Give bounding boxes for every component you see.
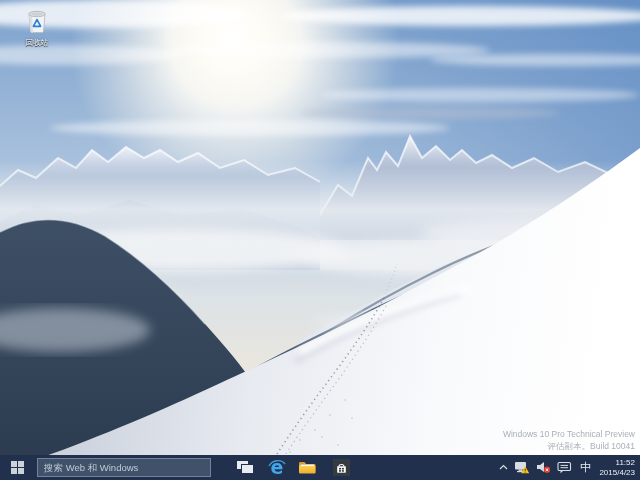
ime-indicator[interactable]: 中 [575, 455, 597, 480]
store-button[interactable] [328, 455, 354, 480]
action-center-icon [557, 461, 572, 474]
clock-time: 11:52 [599, 458, 635, 468]
task-view-button[interactable] [232, 455, 258, 480]
volume-button[interactable] [533, 455, 554, 480]
desktop: 回收站 Windows 10 Pro Technical Preview 评估副… [0, 0, 640, 480]
network-warning-icon [514, 461, 530, 474]
task-view-icon [237, 461, 254, 474]
tray-expand-button[interactable] [496, 455, 511, 480]
system-tray: 中 11:52 2015/4/23 [496, 455, 640, 480]
internet-explorer-button[interactable]: e [264, 455, 290, 480]
volume-muted-icon [536, 461, 551, 474]
search-input[interactable] [38, 459, 210, 476]
clock-date: 2015/4/23 [599, 468, 635, 478]
recycle-bin-icon[interactable]: 回收站 [8, 4, 66, 47]
start-button[interactable] [0, 455, 34, 480]
watermark-line1: Windows 10 Pro Technical Preview [503, 429, 635, 441]
action-center-button[interactable] [554, 455, 575, 480]
recycle-bin-label: 回收站 [8, 38, 66, 47]
internet-explorer-icon: e [266, 457, 288, 479]
file-explorer-icon [298, 460, 317, 475]
store-icon [333, 459, 350, 476]
taskbar-search [37, 458, 211, 477]
evaluation-watermark: Windows 10 Pro Technical Preview 评估副本。Bu… [503, 429, 635, 452]
network-status-button[interactable] [511, 455, 533, 480]
recycle-bin-glyph [22, 4, 52, 34]
chevron-up-icon [499, 464, 508, 471]
desktop-wallpaper [0, 0, 640, 480]
file-explorer-button[interactable] [294, 455, 320, 480]
watermark-line2: 评估副本。Build 10041 [503, 441, 635, 453]
windows-logo-icon [11, 461, 24, 474]
taskbar-clock[interactable]: 11:52 2015/4/23 [596, 458, 635, 477]
taskbar: e [0, 455, 640, 480]
